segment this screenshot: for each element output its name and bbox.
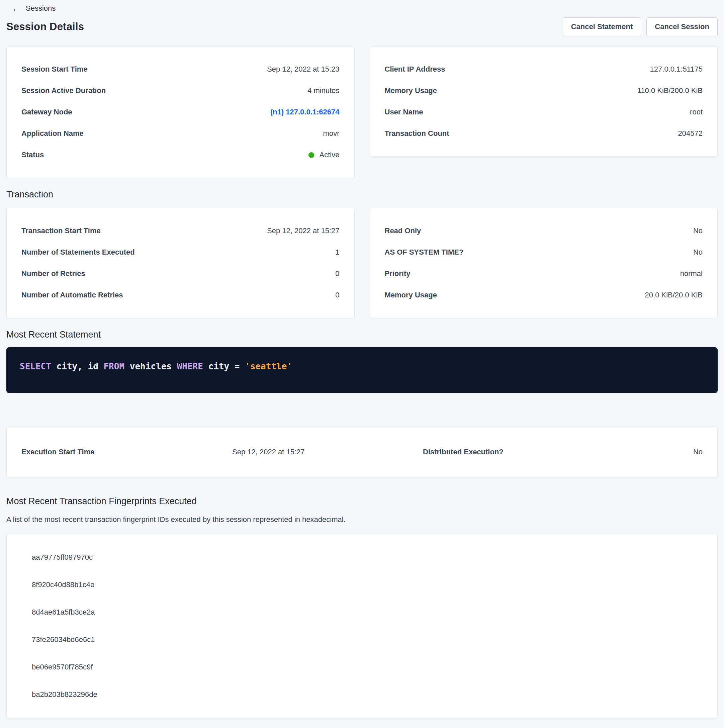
sql-text: vehicles bbox=[124, 361, 177, 372]
sql-string-literal: 'seattle' bbox=[245, 361, 292, 372]
back-arrow-icon: ← bbox=[12, 4, 20, 13]
detail-row: Session Active Duration 4 minutes bbox=[21, 80, 340, 101]
detail-value: No bbox=[693, 226, 703, 235]
detail-value: movr bbox=[323, 129, 340, 138]
execution-start-label: Execution Start Time bbox=[21, 448, 232, 456]
detail-row: Number of Retries 0 bbox=[21, 263, 340, 284]
detail-label: Application Name bbox=[21, 129, 84, 138]
breadcrumb-label: Sessions bbox=[26, 4, 55, 13]
detail-row: Status Active bbox=[21, 144, 340, 165]
fingerprints-section-heading: Most Recent Transaction Fingerprints Exe… bbox=[6, 496, 718, 506]
detail-label: Priority bbox=[385, 269, 410, 278]
distributed-execution-value: No bbox=[693, 448, 703, 456]
statement-section-heading: Most Recent Statement bbox=[6, 330, 718, 340]
fingerprints-description: A list of the most recent transaction fi… bbox=[6, 515, 718, 524]
detail-label: Memory Usage bbox=[385, 86, 437, 95]
sql-text: city = bbox=[203, 361, 245, 372]
detail-value: No bbox=[693, 248, 703, 257]
detail-label: Gateway Node bbox=[21, 108, 72, 116]
session-info-card-left: Session Start Time Sep 12, 2022 at 15:23… bbox=[6, 46, 355, 178]
detail-row: Gateway Node (n1) 127.0.0.1:62674 bbox=[21, 101, 340, 123]
cancel-statement-button[interactable]: Cancel Statement bbox=[563, 17, 641, 36]
distributed-execution-label: Distributed Execution? bbox=[423, 448, 504, 456]
detail-value: Sep 12, 2022 at 15:27 bbox=[267, 226, 340, 235]
detail-row: Transaction Count 204572 bbox=[385, 123, 703, 144]
detail-value: 127.0.0.1:51175 bbox=[650, 65, 703, 73]
detail-row: AS OF SYSTEM TIME? No bbox=[385, 242, 703, 263]
detail-label: Read Only bbox=[385, 226, 421, 235]
session-info-card-right: Client IP Address 127.0.0.1:51175 Memory… bbox=[370, 46, 718, 157]
sql-statement-box: SELECT city, id FROM vehicles WHERE city… bbox=[6, 347, 718, 393]
detail-row: Client IP Address 127.0.0.1:51175 bbox=[385, 58, 703, 80]
fingerprint-item: 8f920c40d88b1c4e bbox=[7, 571, 717, 598]
detail-row: User Name root bbox=[385, 101, 703, 123]
detail-label: User Name bbox=[385, 108, 423, 116]
fingerprint-item: be06e9570f785c9f bbox=[7, 653, 717, 681]
detail-label: Number of Statements Executed bbox=[21, 248, 135, 257]
status-badge: Active bbox=[308, 151, 340, 159]
detail-label: Session Start Time bbox=[21, 65, 88, 73]
fingerprint-item: aa79775ff097970c bbox=[7, 544, 717, 571]
detail-label: AS OF SYSTEM TIME? bbox=[385, 248, 464, 257]
detail-value: 0 bbox=[335, 291, 339, 300]
page-title: Session Details bbox=[6, 21, 84, 33]
detail-row: Number of Statements Executed 1 bbox=[21, 242, 340, 263]
sql-keyword: SELECT bbox=[20, 361, 51, 372]
detail-value: 1 bbox=[335, 248, 339, 257]
detail-value: 0 bbox=[335, 269, 339, 278]
transaction-card-right: Read Only No AS OF SYSTEM TIME? No Prior… bbox=[370, 208, 718, 318]
detail-value: normal bbox=[680, 269, 703, 278]
detail-label: Transaction Start Time bbox=[21, 226, 101, 235]
detail-row: Priority normal bbox=[385, 263, 703, 284]
execution-start-value: Sep 12, 2022 at 15:27 bbox=[232, 448, 423, 456]
detail-label: Transaction Count bbox=[385, 129, 449, 138]
fingerprint-item: 8d4ae61a5fb3ce2a bbox=[7, 598, 717, 626]
status-text: Active bbox=[320, 151, 340, 159]
sql-keyword: FROM bbox=[103, 361, 124, 372]
detail-label: Client IP Address bbox=[385, 65, 445, 73]
detail-value: 4 minutes bbox=[308, 86, 339, 95]
page-header: Session Details Cancel Statement Cancel … bbox=[6, 17, 718, 36]
header-actions: Cancel Statement Cancel Session bbox=[563, 17, 718, 36]
fingerprint-item: 73fe26034bd6e6c1 bbox=[7, 626, 717, 653]
detail-value: 110.0 KiB/200.0 KiB bbox=[637, 86, 703, 95]
transaction-card-left: Transaction Start Time Sep 12, 2022 at 1… bbox=[6, 208, 355, 318]
detail-label: Session Active Duration bbox=[21, 86, 106, 95]
status-active-dot-icon bbox=[308, 152, 314, 158]
detail-label: Number of Automatic Retries bbox=[21, 291, 123, 300]
back-to-sessions-link[interactable]: ← Sessions bbox=[12, 4, 55, 13]
gateway-node-link[interactable]: (n1) 127.0.0.1:62674 bbox=[270, 108, 340, 116]
detail-row: Read Only No bbox=[385, 220, 703, 242]
detail-label: Status bbox=[21, 151, 44, 159]
detail-row: Session Start Time Sep 12, 2022 at 15:23 bbox=[21, 58, 340, 80]
fingerprint-item: ba2b203b823296de bbox=[7, 681, 717, 708]
detail-row: Memory Usage 20.0 KiB/20.0 KiB bbox=[385, 284, 703, 306]
session-cards: Session Start Time Sep 12, 2022 at 15:23… bbox=[6, 46, 718, 178]
detail-value: 20.0 KiB/20.0 KiB bbox=[645, 291, 703, 300]
detail-value: root bbox=[690, 108, 703, 116]
detail-value: 204572 bbox=[678, 129, 703, 138]
transaction-cards: Transaction Start Time Sep 12, 2022 at 1… bbox=[6, 208, 718, 318]
sql-keyword: WHERE bbox=[177, 361, 203, 372]
execution-card: Execution Start Time Sep 12, 2022 at 15:… bbox=[6, 427, 718, 477]
execution-row: Execution Start Time Sep 12, 2022 at 15:… bbox=[21, 442, 703, 462]
session-details-page: ← Sessions Session Details Cancel Statem… bbox=[0, 0, 724, 718]
detail-row: Memory Usage 110.0 KiB/200.0 KiB bbox=[385, 80, 703, 101]
detail-row: Number of Automatic Retries 0 bbox=[21, 284, 340, 306]
detail-label: Memory Usage bbox=[385, 291, 437, 300]
sql-text: city, id bbox=[51, 361, 104, 372]
detail-row: Application Name movr bbox=[21, 123, 340, 144]
detail-value: Sep 12, 2022 at 15:23 bbox=[267, 65, 340, 73]
transaction-section-heading: Transaction bbox=[6, 190, 718, 200]
cancel-session-button[interactable]: Cancel Session bbox=[646, 17, 718, 36]
detail-row: Transaction Start Time Sep 12, 2022 at 1… bbox=[21, 220, 340, 242]
fingerprints-card: aa79775ff097970c 8f920c40d88b1c4e 8d4ae6… bbox=[6, 534, 718, 718]
detail-label: Number of Retries bbox=[21, 269, 85, 278]
